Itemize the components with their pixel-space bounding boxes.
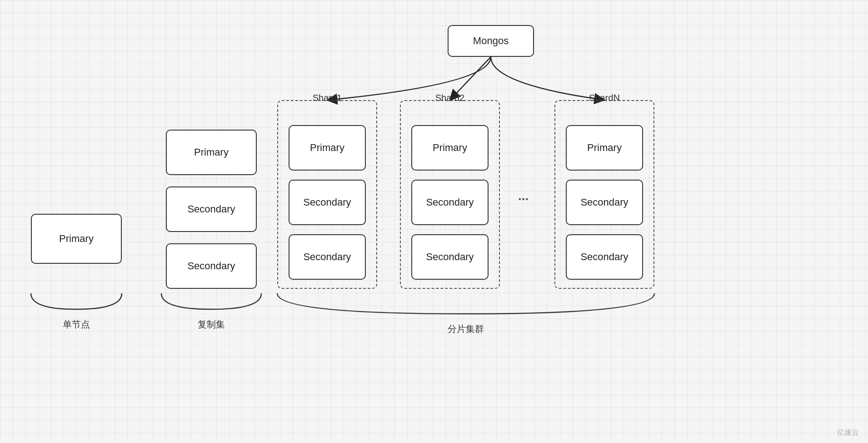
ellipsis: ... [518, 189, 529, 203]
replicaset-secondary2-label: Secondary [187, 260, 235, 272]
shard1-secondary2-label: Secondary [303, 251, 351, 263]
replicaset-secondary1-box: Secondary [166, 186, 257, 232]
shard1-primary-label: Primary [310, 142, 344, 154]
standalone-brace-label: 单节点 [31, 318, 122, 331]
shard2-secondary2-box: Secondary [411, 234, 489, 280]
shard2-secondary2-label: Secondary [426, 251, 474, 263]
mongos-label: Mongos [473, 35, 509, 47]
shard1-secondary2-box: Secondary [289, 234, 366, 280]
replicaset-primary-label: Primary [194, 146, 229, 158]
shard2-secondary1-box: Secondary [411, 180, 489, 225]
watermark: 亿速云 [837, 428, 859, 438]
shard1-label: Shard1 [313, 93, 342, 103]
shardN-secondary2-label: Secondary [580, 251, 628, 263]
shard2-primary-label: Primary [433, 142, 467, 154]
shard1-primary-box: Primary [289, 125, 366, 171]
shardN-primary-box: Primary [566, 125, 643, 171]
shards-brace-label: 分片集群 [277, 323, 654, 335]
standalone-primary-box: Primary [31, 214, 122, 264]
shardN-label: ShardN [589, 93, 620, 103]
standalone-primary-label: Primary [59, 233, 94, 245]
shard2-primary-box: Primary [411, 125, 489, 171]
shard2-secondary1-label: Secondary [426, 196, 474, 208]
shardN-secondary1-box: Secondary [566, 180, 643, 225]
replicaset-brace-label: 复制集 [161, 318, 261, 331]
diagram: Mongos Primary 单节点 Primary Secondary Sec… [0, 0, 868, 443]
shardN-secondary2-box: Secondary [566, 234, 643, 280]
mongos-box: Mongos [448, 25, 534, 57]
replicaset-primary-box: Primary [166, 130, 257, 175]
shard2-label: Shard2 [435, 93, 465, 103]
shardN-secondary1-label: Secondary [580, 196, 628, 208]
shardN-primary-label: Primary [587, 142, 622, 154]
replicaset-secondary2-box: Secondary [166, 243, 257, 289]
shard1-secondary1-label: Secondary [303, 196, 351, 208]
shard1-secondary1-box: Secondary [289, 180, 366, 225]
replicaset-secondary1-label: Secondary [187, 203, 235, 215]
